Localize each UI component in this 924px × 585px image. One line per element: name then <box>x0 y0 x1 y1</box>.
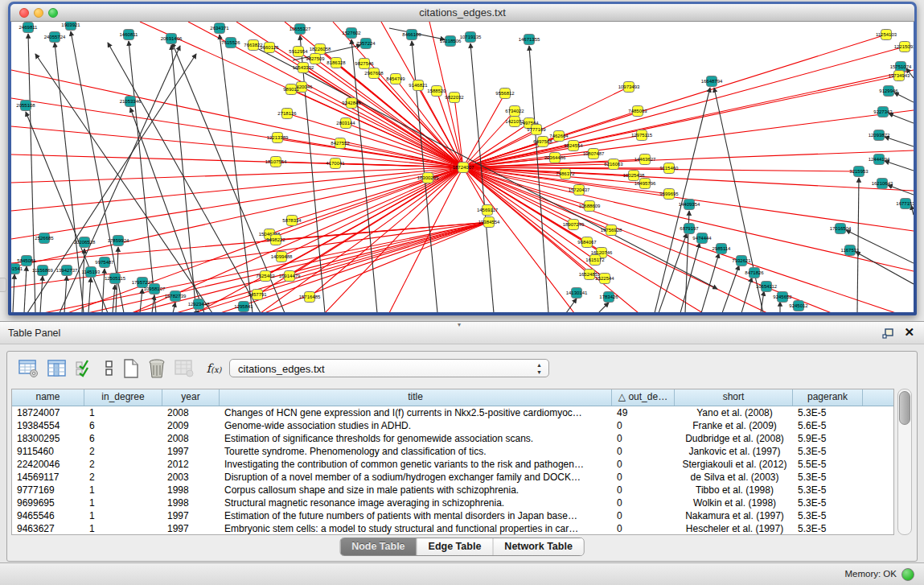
cell-short[interactable]: Yano et al. (2008) <box>675 406 793 419</box>
function-builder-icon[interactable]: f(x) <box>200 357 228 380</box>
cell-in_degree[interactable]: 2 <box>84 445 162 458</box>
graph-node[interactable]: 2803144 <box>336 118 355 129</box>
graph-node[interactable]: 17016504 <box>830 224 852 234</box>
graph-edge[interactable] <box>463 35 886 167</box>
cell-pagerank[interactable]: 5.3E-5 <box>793 406 863 419</box>
cell-title[interactable]: Genome-wide association studies in ADHD. <box>220 419 612 432</box>
graph-edge[interactable] <box>351 103 463 167</box>
graph-node[interactable]: 1677153 <box>896 199 914 209</box>
graph-edge[interactable] <box>11 167 463 239</box>
graph-node[interactable]: 1460811 <box>120 30 139 40</box>
cell-short[interactable]: Stergiakouli et al. (2012) <box>675 458 793 471</box>
column-header-title[interactable]: title <box>220 389 612 406</box>
cell-name[interactable]: 18724007 <box>12 406 84 419</box>
column-header-out_de[interactable]: △ out_de… <box>612 389 675 406</box>
cell-title[interactable]: Disruption of a novel member of a sodium… <box>220 471 612 484</box>
cell-pagerank[interactable]: 5.9E-5 <box>793 432 863 445</box>
graph-node[interactable]: 20691406 <box>161 34 183 44</box>
cell-in_degree[interactable]: 6 <box>84 419 162 432</box>
cell-out_de[interactable]: 0 <box>612 471 675 484</box>
network-view-canvas[interactable]: 2405572424698111903921206914061460811263… <box>11 22 914 312</box>
graph-node[interactable]: 14671355 <box>519 35 540 45</box>
graph-edge[interactable] <box>722 266 739 312</box>
cell-out_de[interactable]: 0 <box>612 509 675 522</box>
cell-in_degree[interactable]: 2 <box>84 458 162 471</box>
cell-in_degree[interactable]: 1 <box>84 509 162 522</box>
cell-pagerank[interactable]: 5.3E-5 <box>793 445 863 458</box>
graph-node[interactable]: 3215953 <box>849 167 869 177</box>
cell-year[interactable]: 1997 <box>162 522 220 535</box>
graph-node[interactable]: 9474444 <box>692 233 712 244</box>
graph-node[interactable]: 1167531 <box>841 245 860 256</box>
graph-node[interactable]: 1588520 <box>427 86 446 97</box>
cell-short[interactable]: Jankovic et al. (1997) <box>675 445 793 458</box>
cell-year[interactable]: 1998 <box>162 484 220 496</box>
graph-node[interactable]: 11156869 <box>32 266 53 276</box>
cell-name[interactable]: 18300295 <box>12 432 84 445</box>
cell-in_degree[interactable]: 2 <box>84 471 162 484</box>
graph-edge[interactable] <box>24 266 27 312</box>
graph-node[interactable]: 15720437 <box>569 185 590 196</box>
cell-out_de[interactable]: 0 <box>612 484 675 496</box>
cell-in_degree[interactable]: 1 <box>84 496 162 509</box>
graph-node[interactable]: 9827509 <box>306 54 325 64</box>
cell-pagerank[interactable]: 5.3E-5 <box>793 522 863 535</box>
cell-short[interactable]: Hescheler et al. (1997) <box>675 522 793 535</box>
graph-node[interactable]: 12215091 <box>894 42 914 52</box>
graph-node[interactable]: 12505115 <box>105 274 126 284</box>
cell-short[interactable]: Tibbo et al. (1998) <box>675 484 793 496</box>
graph-edge[interactable] <box>463 47 905 167</box>
delete-table-icon-disabled[interactable] <box>173 357 195 380</box>
graph-node[interactable]: 19218506 <box>440 36 462 47</box>
column-header-year[interactable]: year <box>162 389 220 406</box>
new-column-icon[interactable] <box>120 357 142 380</box>
graph-edge[interactable] <box>885 161 914 171</box>
graph-edge[interactable] <box>885 137 914 146</box>
graph-node[interactable]: 19756928 <box>601 225 622 236</box>
graph-node[interactable]: 14130141 <box>566 288 588 299</box>
cell-out_de[interactable]: 0 <box>612 445 675 458</box>
graph-node[interactable]: 5912954 <box>289 47 308 57</box>
graph-edge[interactable] <box>173 303 175 312</box>
column-header-name[interactable]: name <box>12 389 84 406</box>
table-row[interactable]: 1456911722003Disruption of a novel membe… <box>12 471 893 484</box>
cell-pagerank[interactable]: 5.6E-5 <box>793 419 863 432</box>
table-row[interactable]: 1872400712008Changes of HCN gene express… <box>12 406 893 419</box>
cell-out_de[interactable]: 0 <box>612 496 675 509</box>
graph-edge[interactable] <box>894 93 914 102</box>
cell-pagerank[interactable]: 5.3E-5 <box>793 471 863 484</box>
graph-edge[interactable] <box>911 205 914 215</box>
cell-short[interactable]: Wolkin et al. (1998) <box>675 496 793 509</box>
table-selector-dropdown[interactable]: citations_edges.txt ▲ ▼ <box>229 359 549 377</box>
cell-out_de[interactable]: 49 <box>612 406 675 419</box>
graph-node[interactable]: 9827546 <box>355 59 374 69</box>
graph-node[interactable]: 1903921 <box>61 22 80 31</box>
cell-year[interactable]: 2009 <box>162 419 220 432</box>
graph-edge[interactable] <box>132 167 463 312</box>
graph-edge[interactable] <box>598 303 609 312</box>
cell-name[interactable]: 9465546 <box>12 509 84 522</box>
graph-edge[interactable] <box>64 276 67 312</box>
graph-edge[interactable] <box>82 249 84 312</box>
cell-name[interactable]: 19384554 <box>12 419 84 432</box>
cell-name[interactable]: 9463627 <box>12 522 84 535</box>
cell-name[interactable]: 14569117 <box>12 471 84 484</box>
float-panel-icon[interactable] <box>882 328 893 338</box>
graph-edge[interactable] <box>88 278 91 312</box>
graph-edge[interactable] <box>11 222 489 287</box>
show-columns-icon[interactable] <box>46 357 68 380</box>
graph-node[interactable]: 9556812 <box>495 89 515 99</box>
tab-network-table[interactable]: Network Table <box>493 538 584 555</box>
graph-node[interactable]: 9245652 <box>773 292 792 303</box>
cell-out_de[interactable]: 0 <box>612 522 675 535</box>
tab-edge-table[interactable]: Edge Table <box>417 538 494 555</box>
scrollbar-thumb[interactable] <box>899 391 910 425</box>
graph-node[interactable]: 7615526 <box>221 38 240 48</box>
graph-edge[interactable] <box>171 45 196 312</box>
graph-node[interactable]: 12444194 <box>869 154 890 165</box>
cell-title[interactable]: Estimation of the future numbers of pati… <box>220 509 612 522</box>
cell-pagerank[interactable]: 5.3E-5 <box>793 484 863 496</box>
cell-pagerank[interactable]: 5.3E-5 <box>793 509 863 522</box>
table-row[interactable]: 911546021997Tourette syndrome. Phenomeno… <box>12 445 893 458</box>
graph-node[interactable]: 12093872 <box>869 130 890 141</box>
